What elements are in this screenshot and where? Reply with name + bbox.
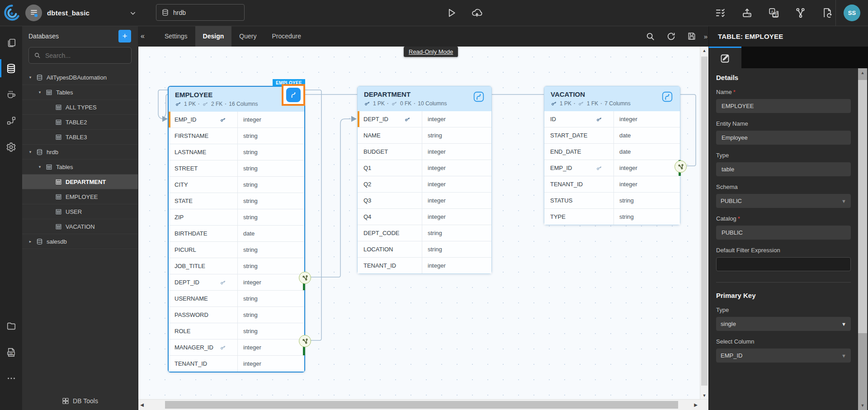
- entity-card-employee[interactable]: EMPLOYEEEMPLOYEE 1 PK · 2 FK · 16 Column…: [168, 86, 305, 372]
- tree-item-hrdb[interactable]: ▾hrdb: [22, 145, 138, 160]
- settings-gear-icon[interactable]: [0, 136, 22, 158]
- column-row-type[interactable]: TYPEstring: [544, 208, 680, 225]
- panel-scroll-thumb[interactable]: [858, 80, 867, 333]
- field-text-input[interactable]: [721, 260, 846, 268]
- refresh-icon[interactable]: [665, 30, 677, 42]
- field-input[interactable]: [716, 226, 851, 240]
- folder-icon[interactable]: [0, 315, 22, 337]
- expand-panel-chevrons[interactable]: »: [704, 26, 708, 47]
- column-row-zip[interactable]: ZIPstring: [169, 209, 304, 225]
- relation-connector-icon[interactable]: [675, 160, 687, 173]
- collapse-sidebar-chevrons[interactable]: «: [141, 26, 145, 47]
- db-tools-footer[interactable]: DB Tools: [22, 397, 138, 405]
- column-row-end_date[interactable]: END_DATEdate: [544, 143, 680, 160]
- column-row-tenant_id[interactable]: TENANT_IDinteger: [169, 355, 304, 372]
- canvas-horizontal-scrollbar[interactable]: ◀ ▶: [138, 399, 708, 410]
- tree-item-employee[interactable]: EMPLOYEE: [22, 189, 138, 204]
- column-row-street[interactable]: STREETstring: [169, 160, 304, 176]
- pages-icon[interactable]: [0, 32, 22, 54]
- tree-item-tables[interactable]: ▾Tables: [22, 85, 138, 100]
- field-text-input[interactable]: [721, 165, 846, 173]
- column-row-password[interactable]: PASSWORDstring: [169, 306, 304, 323]
- field-input[interactable]: [716, 162, 851, 176]
- tree-caret-icon[interactable]: ▾: [28, 150, 33, 154]
- column-row-dept_id[interactable]: DEPT_IDinteger: [169, 274, 304, 290]
- column-row-job_title[interactable]: JOB_TITLEstring: [169, 258, 304, 274]
- column-row-status[interactable]: STATUSstring: [544, 192, 680, 208]
- panel-scroll-up-arrow[interactable]: ▲: [858, 68, 867, 77]
- erd-canvas[interactable]: Read-Only Mode EMPLOYEEEMPLOYEE 1 PK · 2…: [138, 47, 708, 410]
- column-row-dept_id[interactable]: DEPT_IDinteger: [358, 111, 491, 127]
- workspace-chevron-down-icon[interactable]: [129, 9, 137, 17]
- translate-icon[interactable]: A 文: [768, 7, 779, 19]
- coffee-icon[interactable]: [0, 84, 22, 105]
- selected-entity-marker[interactable]: [282, 84, 305, 106]
- field-select[interactable]: EMP_ID▼: [716, 349, 851, 363]
- share-graph-icon[interactable]: [794, 7, 806, 19]
- logs-icon[interactable]: LOG: [0, 341, 22, 363]
- tree-caret-icon[interactable]: ▾: [37, 90, 42, 94]
- column-row-name[interactable]: NAMEstring: [358, 127, 491, 143]
- save-icon[interactable]: [686, 30, 698, 42]
- tree-item-user[interactable]: USER: [22, 204, 138, 219]
- sidebar-search[interactable]: [28, 47, 132, 64]
- tree-item-alltypesdbautomation[interactable]: ▾AllTypesDBAutomation: [22, 70, 138, 85]
- task-list-icon[interactable]: [714, 7, 726, 19]
- tree-caret-icon[interactable]: ▾: [28, 75, 33, 80]
- column-row-tenant_id[interactable]: TENANT_IDinteger: [358, 257, 491, 273]
- column-row-emp_id[interactable]: EMP_IDinteger: [169, 112, 304, 127]
- column-row-state[interactable]: STATEstring: [169, 193, 304, 209]
- column-row-lastname[interactable]: LASTNAMEstring: [169, 144, 304, 160]
- column-row-start_date[interactable]: START_DATEdate: [544, 127, 680, 143]
- field-text-input[interactable]: [721, 134, 846, 141]
- column-row-picurl[interactable]: PICURLstring: [169, 241, 304, 258]
- workspace-avatar[interactable]: [25, 5, 42, 21]
- tree-item-table2[interactable]: TABLE2: [22, 115, 138, 130]
- tree-item-all-types[interactable]: ALL TYPES: [22, 100, 138, 115]
- relation-connector-icon[interactable]: [299, 335, 311, 347]
- field-text-input[interactable]: [721, 229, 846, 236]
- vertical-scroll-thumb[interactable]: [701, 57, 708, 386]
- tab-query[interactable]: Query: [231, 26, 264, 47]
- column-row-q2[interactable]: Q2integer: [358, 176, 491, 192]
- entity-card-vacation[interactable]: VACATION 1 PK · 1 FK · 7 ColumnsIDintege…: [544, 86, 680, 225]
- search-input[interactable]: [44, 52, 118, 60]
- export-device-icon[interactable]: [741, 7, 753, 19]
- field-select[interactable]: PUBLIC▼: [716, 194, 851, 208]
- tree-item-table3[interactable]: TABLE3: [22, 130, 138, 145]
- file-refresh-icon[interactable]: [821, 7, 833, 19]
- tree-item-vacation[interactable]: VACATION: [22, 219, 138, 234]
- entity-route-icon[interactable]: [473, 91, 486, 104]
- tree-item-department[interactable]: DEPARTMENT: [22, 174, 138, 189]
- scroll-down-arrow[interactable]: ▼: [700, 391, 708, 400]
- tab-procedure[interactable]: Procedure: [264, 26, 309, 47]
- more-ellipsis-icon[interactable]: [0, 368, 22, 389]
- column-row-role[interactable]: ROLEstring: [169, 323, 304, 339]
- scroll-left-arrow[interactable]: ◀: [138, 400, 146, 410]
- run-button[interactable]: [445, 7, 457, 19]
- column-row-city[interactable]: CITYstring: [169, 176, 304, 193]
- tree-caret-icon[interactable]: ▸: [28, 239, 33, 244]
- tab-design[interactable]: Design: [195, 26, 232, 47]
- entity-header[interactable]: VACATION 1 PK · 1 FK · 7 Columns: [544, 86, 680, 111]
- tab-settings[interactable]: Settings: [157, 26, 195, 47]
- databases-rail-icon[interactable]: [0, 57, 22, 79]
- entity-header[interactable]: EMPLOYEE 1 PK · 2 FK · 16 Columns: [169, 87, 304, 112]
- scroll-right-arrow[interactable]: ▶: [692, 400, 700, 410]
- cloud-upload-button[interactable]: [471, 6, 483, 18]
- column-row-birthdate[interactable]: BIRTHDATEdate: [169, 225, 304, 241]
- canvas-vertical-scrollbar[interactable]: ▲ ▼: [700, 47, 708, 400]
- column-row-q4[interactable]: Q4integer: [358, 208, 491, 225]
- relation-connector-icon[interactable]: [299, 272, 311, 284]
- column-row-username[interactable]: USERNAMEstring: [169, 290, 304, 306]
- entity-header[interactable]: DEPARTMENT 1 PK · 0 FK · 10 Columns: [358, 86, 491, 111]
- field-input[interactable]: [716, 131, 851, 145]
- entity-route-icon[interactable]: [661, 91, 674, 104]
- tree-item-tables[interactable]: ▾Tables: [22, 160, 138, 174]
- field-input[interactable]: [716, 99, 851, 113]
- field-select[interactable]: single▼: [716, 317, 851, 331]
- column-row-location[interactable]: LOCATIONstring: [358, 241, 491, 257]
- column-row-q3[interactable]: Q3integer: [358, 192, 491, 208]
- tree-caret-icon[interactable]: ▾: [37, 165, 42, 169]
- column-row-manager_id[interactable]: MANAGER_IDinteger: [169, 339, 304, 355]
